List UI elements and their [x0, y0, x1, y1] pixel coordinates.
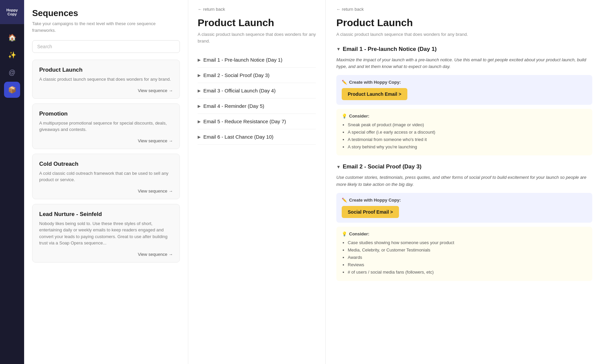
expanded-email-1-header[interactable]: ▼ Email 1 - Pre-launch Notice (Day 1): [336, 46, 592, 53]
sidebar-item-home[interactable]: 🏠: [4, 29, 20, 46]
sidebar-item-sequences[interactable]: 📦: [4, 82, 20, 98]
return-back-link-right[interactable]: ← return back: [336, 7, 592, 12]
arrow-icon-6: ▶: [198, 135, 201, 139]
middle-panel-desc: A classic product launch sequence that d…: [198, 31, 316, 44]
consider-box-2: 💡 Consider: Case studies showing how som…: [336, 227, 592, 281]
expanded-email-2-header[interactable]: ▼ Email 2 - Social Proof (Day 3): [336, 163, 592, 170]
pencil-icon-1: ✏️: [342, 80, 347, 85]
arrow-icon-3: ▶: [198, 88, 201, 93]
email-item-1[interactable]: ▶ Email 1 - Pre-launch Notice (Day 1): [198, 52, 316, 68]
consider-list-1: Sneak peak of product (image or video) A…: [342, 121, 587, 151]
email-item-2[interactable]: ▶ Email 2 - Social Proof (Day 3): [198, 68, 316, 83]
app-logo[interactable]: Hoppy Copy: [0, 0, 24, 24]
card-desc: Nobody likes being sold to. Use these th…: [39, 220, 173, 246]
list-item: Media, Celebrity, or Customer Testimonia…: [348, 246, 587, 254]
expanded-email-2: ▼ Email 2 - Social Proof (Day 3) Use cus…: [336, 163, 592, 281]
arrow-down-icon-1: ▼: [336, 47, 341, 52]
create-box-1: ✏️ Create with Hoppy Copy: Product Launc…: [336, 75, 592, 105]
email-item-6[interactable]: ▶ Email 6 - Last Chance (Day 10): [198, 129, 316, 145]
view-sequence-link[interactable]: View sequence →: [39, 252, 173, 257]
list-item: # of users / social media fans (follower…: [348, 269, 587, 276]
list-item: Case studies showing how someone uses yo…: [348, 239, 587, 246]
consider-list-2: Case studies showing how someone uses yo…: [342, 239, 587, 276]
create-button-2[interactable]: Social Proof Email >: [342, 206, 399, 218]
create-label-2: ✏️ Create with Hoppy Copy:: [342, 198, 587, 203]
create-button-1[interactable]: Product Launch Email >: [342, 88, 407, 100]
list-item: A special offer (i.e early access or a d…: [348, 129, 587, 136]
card-title: Lead Nurture - Seinfeld: [39, 211, 173, 218]
card-desc: A multipurpose promotional sequence for …: [39, 120, 173, 133]
list-item: A testimonial from someone who's tried i…: [348, 136, 587, 143]
email-item-label-6: Email 6 - Last Chance (Day 10): [203, 134, 273, 140]
sidebar-item-magic[interactable]: ✨: [4, 47, 20, 63]
page-subtitle: Take your campaigns to the next level wi…: [32, 20, 180, 33]
arrow-icon-2: ▶: [198, 73, 201, 78]
list-item: A story behind why you're launching: [348, 143, 587, 151]
expanded-email-1-desc: Maximize the impact of your launch with …: [336, 57, 592, 71]
arrow-icon-4: ▶: [198, 104, 201, 108]
email-item-3[interactable]: ▶ Email 3 - Official Launch (Day 4): [198, 83, 316, 98]
email-item-label-5: Email 5 - Reduce Resistance (Day 7): [203, 119, 286, 124]
middle-panel-heading: Product Launch: [198, 17, 316, 28]
sidebar-navigation: 🏠 ✨ @ 📦: [0, 24, 24, 103]
return-back-link-middle[interactable]: ← return back: [198, 7, 316, 12]
view-sequence-link[interactable]: View sequence →: [39, 88, 173, 93]
expanded-email-1-title: Email 1 - Pre-launch Notice (Day 1): [343, 46, 437, 53]
card-title: Promotion: [39, 111, 173, 117]
card-title: Product Launch: [39, 67, 173, 73]
arrow-down-icon-2: ▼: [336, 164, 341, 169]
sequence-card-cold-outreach[interactable]: Cold Outreach A cold classic cold outrea…: [32, 154, 180, 199]
email-item-4[interactable]: ▶ Email 4 - Reminder (Day 5): [198, 98, 316, 114]
expanded-email-2-title: Email 2 - Social Proof (Day 3): [343, 163, 421, 170]
app-name-line1: Hoppy: [6, 8, 18, 12]
lightbulb-icon-2: 💡: [342, 231, 347, 236]
sidebar: Hoppy Copy 🏠 ✨ @ 📦: [0, 0, 24, 364]
left-panel: Sequences Take your campaigns to the nex…: [24, 0, 188, 364]
expanded-email-1: ▼ Email 1 - Pre-launch Notice (Day 1) Ma…: [336, 46, 592, 156]
sequence-card-lead-nurture[interactable]: Lead Nurture - Seinfeld Nobody likes bei…: [32, 204, 180, 263]
list-item: Reviews: [348, 261, 587, 269]
card-title: Cold Outreach: [39, 161, 173, 167]
pencil-icon-2: ✏️: [342, 198, 347, 203]
view-sequence-link[interactable]: View sequence →: [39, 138, 173, 143]
create-label-1: ✏️ Create with Hoppy Copy:: [342, 80, 587, 85]
sequence-card-promotion[interactable]: Promotion A multipurpose promotional seq…: [32, 103, 180, 149]
search-input[interactable]: [32, 40, 180, 53]
right-panel-desc: A classic product launch sequence that d…: [336, 31, 592, 38]
card-desc: A classic product launch sequence that d…: [39, 76, 173, 83]
sidebar-item-at[interactable]: @: [4, 64, 20, 80]
email-item-5[interactable]: ▶ Email 5 - Reduce Resistance (Day 7): [198, 114, 316, 129]
right-panel-heading: Product Launch: [336, 17, 592, 28]
email-item-label-3: Email 3 - Official Launch (Day 4): [203, 88, 276, 93]
email-item-label-1: Email 1 - Pre-launch Notice (Day 1): [203, 57, 282, 63]
right-panel: ← return back Product Launch A classic p…: [326, 0, 603, 364]
list-item: Sneak peak of product (image or video): [348, 121, 587, 129]
sequence-card-product-launch[interactable]: Product Launch A classic product launch …: [32, 60, 180, 99]
arrow-icon-1: ▶: [198, 58, 201, 62]
list-item: Awards: [348, 254, 587, 261]
consider-label-2: 💡 Consider:: [342, 231, 587, 236]
email-item-label-4: Email 4 - Reminder (Day 5): [203, 103, 264, 109]
middle-panel: ← return back Product Launch A classic p…: [188, 0, 326, 364]
consider-box-1: 💡 Consider: Sneak peak of product (image…: [336, 109, 592, 155]
email-item-label-2: Email 2 - Social Proof (Day 3): [203, 72, 270, 78]
arrow-icon-5: ▶: [198, 119, 201, 124]
page-title: Sequences: [32, 8, 180, 18]
expanded-email-2-desc: Use customer stories, testimonials, pres…: [336, 174, 592, 188]
view-sequence-link[interactable]: View sequence →: [39, 189, 173, 194]
consider-label-1: 💡 Consider:: [342, 114, 587, 119]
lightbulb-icon-1: 💡: [342, 114, 347, 119]
create-box-2: ✏️ Create with Hoppy Copy: Social Proof …: [336, 193, 592, 223]
app-name-line2: Copy: [7, 12, 17, 16]
card-desc: A cold classic cold outreach framework t…: [39, 170, 173, 183]
